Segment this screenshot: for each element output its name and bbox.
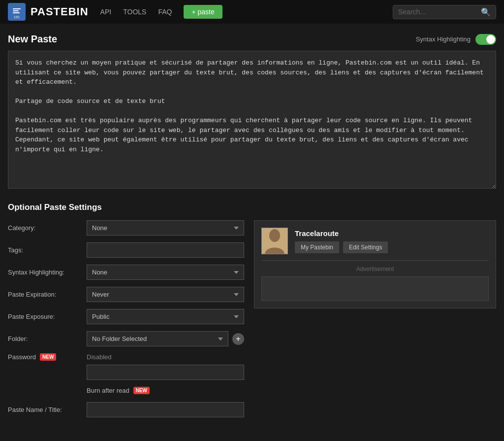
logo-text: PASTEBIN xyxy=(31,5,89,18)
tags-control xyxy=(87,242,244,258)
search-input[interactable] xyxy=(398,8,477,16)
category-select[interactable]: None PHP JavaScript Python Other xyxy=(87,220,244,236)
nav-faq[interactable]: FAQ xyxy=(158,8,172,16)
folder-select[interactable]: No Folder Selected xyxy=(87,331,228,346)
syntax-label: Syntax Highlighting: xyxy=(8,269,87,276)
password-input[interactable] xyxy=(87,365,244,380)
paste-name-control xyxy=(87,402,244,417)
logo-icon xyxy=(8,3,26,21)
syntax-row: Syntax Highlighting: None PHP JavaScript… xyxy=(8,265,244,280)
password-new-badge: NEW xyxy=(40,353,56,361)
new-paste-button[interactable]: + paste xyxy=(184,5,222,19)
settings-columns: Category: None PHP JavaScript Python Oth… xyxy=(8,220,496,417)
svg-point-3 xyxy=(269,229,280,242)
settings-left: Category: None PHP JavaScript Python Oth… xyxy=(8,220,244,417)
tags-row: Tags: xyxy=(8,242,244,258)
burn-row: Burn after read NEW xyxy=(87,387,244,394)
settings-section: Optional Paste Settings Category: None P… xyxy=(8,203,496,417)
syntax-select[interactable]: None PHP JavaScript Python Bash SQL xyxy=(87,265,244,280)
password-row: Password NEW Disabled xyxy=(8,353,244,380)
paste-textarea[interactable]: Si vous cherchez un moyen pratique et sé… xyxy=(8,51,496,189)
advertisement-area: Advertisement xyxy=(261,260,489,301)
page-title: New Paste xyxy=(8,34,57,45)
expiration-select[interactable]: Never 10 Minutes 1 Hour 1 Day 1 Week 2 W… xyxy=(87,287,244,302)
exposure-select[interactable]: Public Unlisted Private xyxy=(87,309,244,324)
expiration-row: Paste Expiration: Never 10 Minutes 1 Hou… xyxy=(8,287,244,302)
password-label: Password xyxy=(8,353,36,361)
user-actions: My Pastebin Edit Settings xyxy=(295,241,388,253)
expiration-control: Never 10 Minutes 1 Hour 1 Day 1 Week 2 W… xyxy=(87,287,244,302)
avatar-silhouette xyxy=(263,228,286,254)
password-label-container: Password NEW xyxy=(8,353,87,361)
exposure-label: Paste Exposure: xyxy=(8,313,87,320)
exposure-row: Paste Exposure: Public Unlisted Private xyxy=(8,309,244,324)
svg-rect-2 xyxy=(13,12,20,13)
category-control: None PHP JavaScript Python Other xyxy=(87,220,244,236)
syntax-highlighting-toggle[interactable] xyxy=(475,34,496,45)
svg-rect-1 xyxy=(13,10,19,11)
search-icon-button[interactable]: 🔍 xyxy=(481,7,491,17)
main-content: New Paste Syntax Highlighting Si vous ch… xyxy=(0,24,504,427)
paste-name-input[interactable] xyxy=(87,402,244,417)
my-pastebin-button[interactable]: My Pastebin xyxy=(295,241,339,253)
tags-label: Tags: xyxy=(8,246,87,254)
category-row: Category: None PHP JavaScript Python Oth… xyxy=(8,220,244,236)
edit-settings-button[interactable]: Edit Settings xyxy=(343,241,388,253)
logo[interactable]: PASTEBIN xyxy=(8,3,89,21)
user-avatar xyxy=(261,228,288,254)
navbar: PASTEBIN API TOOLS FAQ + paste 🔍 xyxy=(0,0,504,24)
password-label-row: Password NEW xyxy=(8,353,87,361)
syntax-highlighting-label: Syntax Highlighting xyxy=(416,35,471,43)
expiration-label: Paste Expiration: xyxy=(8,291,87,298)
category-label: Category: xyxy=(8,224,87,232)
burn-new-badge: NEW xyxy=(133,387,150,394)
search-bar: 🔍 xyxy=(393,5,496,19)
password-control: Disabled xyxy=(87,353,244,380)
user-details: Tracelaroute My Pastebin Edit Settings xyxy=(295,229,388,253)
toggle-thumb xyxy=(486,35,495,44)
password-disabled-text: Disabled xyxy=(87,353,244,361)
nav-links: API TOOLS FAQ xyxy=(100,8,172,16)
syntax-highlighting-toggle-row: Syntax Highlighting xyxy=(416,34,496,45)
svg-rect-0 xyxy=(13,8,21,9)
folder-inner-row: No Folder Selected + xyxy=(87,331,244,346)
username: Tracelaroute xyxy=(295,229,388,237)
folder-label: Folder: xyxy=(8,335,87,342)
page-header: New Paste Syntax Highlighting xyxy=(8,34,496,45)
paste-name-label: Paste Name / Title: xyxy=(8,406,87,413)
tags-input[interactable] xyxy=(87,242,244,258)
settings-title: Optional Paste Settings xyxy=(8,203,496,212)
folder-row: Folder: No Folder Selected + xyxy=(8,331,244,346)
toggle-track xyxy=(475,34,496,45)
user-panel: Tracelaroute My Pastebin Edit Settings A… xyxy=(254,220,496,308)
paste-name-row: Paste Name / Title: xyxy=(8,402,244,417)
syntax-control: None PHP JavaScript Python Bash SQL xyxy=(87,265,244,280)
user-info: Tracelaroute My Pastebin Edit Settings xyxy=(261,228,489,254)
nav-api[interactable]: API xyxy=(100,8,112,16)
settings-right: Tracelaroute My Pastebin Edit Settings A… xyxy=(254,220,496,417)
nav-tools[interactable]: TOOLS xyxy=(123,8,146,16)
ad-box xyxy=(261,276,489,301)
exposure-control: Public Unlisted Private xyxy=(87,309,244,324)
add-folder-button[interactable]: + xyxy=(232,333,244,345)
advertisement-label: Advertisement xyxy=(356,266,394,272)
folder-control: No Folder Selected + xyxy=(87,331,244,346)
burn-label: Burn after read xyxy=(87,387,129,394)
